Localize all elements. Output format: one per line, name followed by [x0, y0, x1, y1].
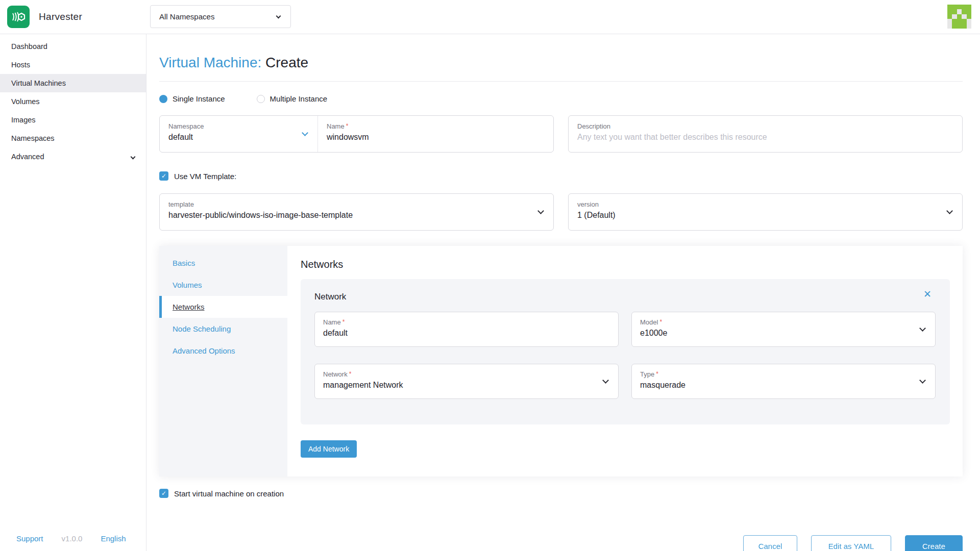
networks-heading: Networks: [301, 259, 950, 270]
network-card-title: Network: [314, 292, 936, 302]
network-name-value: default: [323, 329, 610, 338]
instance-mode-group: Single Instance Multiple Instance: [159, 94, 963, 103]
title-divider: [159, 81, 963, 82]
config-tab-list: Basics Volumes Networks Node Scheduling …: [159, 246, 287, 477]
template-label: template: [168, 201, 545, 208]
network-name-field[interactable]: Name* default: [314, 312, 619, 347]
network-type-select[interactable]: Type* masquerade: [631, 364, 936, 399]
version-label: version: [577, 201, 953, 208]
tab-basics[interactable]: Basics: [159, 252, 287, 274]
network-type-label: Type: [640, 370, 654, 378]
cancel-button[interactable]: Cancel: [743, 535, 797, 551]
network-name-label: Name: [323, 318, 341, 326]
sidebar-item-volumes[interactable]: Volumes: [0, 92, 146, 111]
top-bar: Harvester All Namespaces: [0, 0, 980, 34]
template-value: harvester-public/windows-iso-image-base-…: [168, 211, 545, 220]
template-row: template harvester-public/windows-iso-im…: [159, 193, 963, 231]
sidebar-item-hosts[interactable]: Hosts: [0, 56, 146, 74]
user-avatar[interactable]: [947, 5, 971, 29]
language-link[interactable]: English: [101, 534, 126, 543]
single-instance-radio[interactable]: Single Instance: [159, 94, 225, 103]
network-type-value: masquerade: [640, 381, 927, 390]
add-network-button[interactable]: Add Network: [301, 440, 357, 458]
use-vm-template-label: Use VM Template:: [174, 172, 236, 181]
name-field[interactable]: Name*: [318, 116, 553, 152]
sidebar-item-virtual-machines[interactable]: Virtual Machines: [0, 74, 146, 92]
version-value: 1 (Default): [577, 211, 953, 220]
create-button[interactable]: Create: [905, 535, 963, 551]
network-network-value: management Network: [323, 381, 610, 390]
network-model-value: e1000e: [640, 329, 927, 338]
namespace-value: default: [168, 133, 309, 142]
start-on-creation-row: ✓ Start virtual machine on creation: [159, 489, 963, 498]
sidebar-item-dashboard[interactable]: Dashboard: [0, 37, 146, 56]
vm-config-section: Basics Volumes Networks Node Scheduling …: [159, 246, 963, 477]
tab-advanced-options[interactable]: Advanced Options: [159, 340, 287, 362]
check-icon: ✓: [161, 172, 166, 180]
version-label: v1.0.0: [62, 534, 83, 543]
radio-unselected-icon: [257, 95, 265, 103]
network-model-select[interactable]: Model* e1000e: [631, 312, 936, 347]
namespace-filter-value: All Namespaces: [159, 12, 214, 21]
network-network-select[interactable]: Network* management Network: [314, 364, 619, 399]
use-vm-template-checkbox[interactable]: ✓: [159, 171, 168, 181]
chevron-down-icon: [131, 154, 136, 159]
brand-title: Harvester: [39, 11, 82, 22]
template-select[interactable]: template harvester-public/windows-iso-im…: [159, 193, 554, 231]
main-content: Virtual Machine: Create Single Instance …: [146, 34, 980, 498]
name-label: Name*: [327, 122, 545, 130]
radio-selected-icon: [159, 95, 167, 103]
tab-node-scheduling[interactable]: Node Scheduling: [159, 318, 287, 340]
use-vm-template-row: ✓ Use VM Template:: [159, 171, 963, 181]
sidebar-item-images[interactable]: Images: [0, 111, 146, 129]
sidebar-item-namespaces[interactable]: Namespaces: [0, 129, 146, 147]
edit-as-yaml-button[interactable]: Edit as YAML: [811, 535, 891, 551]
harvester-logo-icon: [7, 6, 30, 28]
description-input[interactable]: [577, 133, 953, 142]
network-network-label: Network: [323, 370, 348, 378]
start-on-creation-label: Start virtual machine on creation: [174, 489, 284, 498]
description-label: Description: [577, 122, 953, 130]
sidebar: Dashboard Hosts Virtual Machines Volumes…: [0, 34, 146, 551]
support-link[interactable]: Support: [16, 534, 43, 543]
page-title-resource: Virtual Machine:: [159, 55, 261, 70]
tab-networks[interactable]: Networks: [159, 296, 287, 318]
description-field[interactable]: Description: [568, 115, 963, 153]
multiple-instance-radio[interactable]: Multiple Instance: [257, 94, 328, 103]
page-title: Virtual Machine: Create: [159, 55, 963, 71]
start-on-creation-checkbox[interactable]: ✓: [159, 489, 168, 498]
name-row: Namespace default Name* Description: [159, 115, 963, 153]
sidebar-item-advanced[interactable]: Advanced: [0, 147, 146, 166]
check-icon: ✓: [161, 490, 166, 497]
namespace-select[interactable]: Namespace default: [160, 116, 318, 152]
namespace-label: Namespace: [168, 122, 309, 130]
name-input[interactable]: [327, 133, 545, 142]
sidebar-footer: Support v1.0.0 English: [16, 534, 126, 543]
networks-tab-panel: Networks ✕ Network Name* default Model* …: [287, 246, 963, 477]
page-title-action: Create: [265, 55, 308, 70]
chevron-down-icon: [276, 13, 281, 18]
close-icon[interactable]: ✕: [923, 289, 932, 299]
network-model-label: Model: [640, 318, 658, 326]
namespace-filter-dropdown[interactable]: All Namespaces: [150, 5, 291, 28]
version-select[interactable]: version 1 (Default): [568, 193, 963, 231]
tab-volumes[interactable]: Volumes: [159, 274, 287, 296]
network-card: ✕ Network Name* default Model* e1000e Ne…: [301, 279, 950, 424]
form-actions: Cancel Edit as YAML Create: [743, 535, 963, 551]
